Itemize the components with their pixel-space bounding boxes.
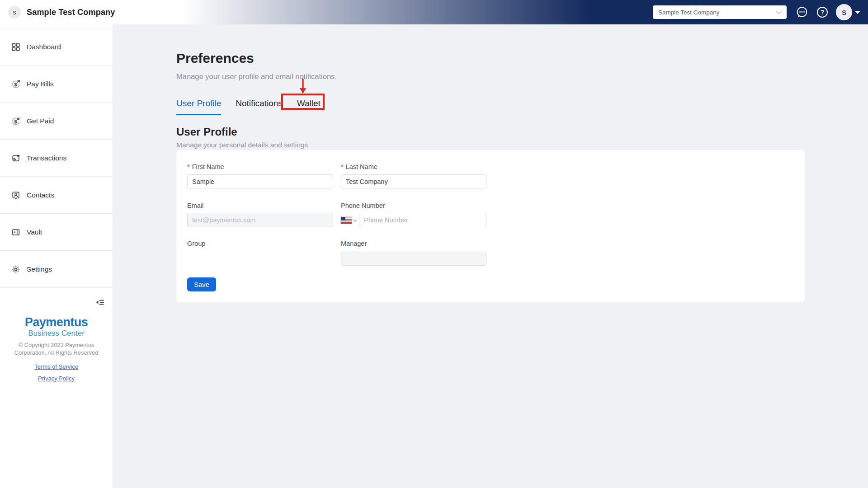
group-label: Group: [187, 240, 333, 248]
save-button[interactable]: Save: [187, 277, 216, 291]
required-asterisk: *: [341, 163, 344, 170]
manager-label: Manager: [341, 240, 486, 248]
last-name-field[interactable]: [341, 174, 486, 188]
pay-bills-icon: $: [11, 79, 21, 89]
sidebar-item-label: Dashboard: [27, 43, 61, 51]
company-name-title: Sample Test Company: [27, 8, 115, 17]
help-icon[interactable]: ?: [816, 5, 829, 19]
tab-notifications[interactable]: Notifications: [236, 98, 283, 115]
annotation-arrow-icon: [298, 79, 308, 94]
app-window: s Sample Test Company Sample Test Compan…: [0, 0, 868, 488]
flag-chevron-down-icon[interactable]: [353, 219, 357, 222]
sidebar-item-vault[interactable]: Vault: [0, 214, 113, 251]
tab-user-profile[interactable]: User Profile: [176, 98, 221, 115]
sidebar-item-pay-bills[interactable]: $ Pay Bills: [0, 66, 113, 103]
company-avatar: s: [8, 6, 21, 19]
first-name-field[interactable]: [187, 174, 333, 188]
company-select-dropdown[interactable]: Sample Test Company: [653, 5, 787, 19]
page-subtitle: Manage your user profile and email notif…: [176, 72, 805, 81]
first-name-label: *First Name: [187, 163, 333, 171]
main-content: Preferences Manage your user profile and…: [113, 24, 868, 488]
paymentus-logo: Paymentus: [0, 316, 113, 328]
sidebar-item-label: Settings: [27, 265, 52, 273]
dashboard-icon: [11, 42, 21, 52]
sidebar-item-settings[interactable]: Settings: [0, 251, 113, 288]
section-title: User Profile: [176, 126, 805, 138]
top-bar-actions: Sample Test Company ? S: [653, 4, 868, 20]
page-title: Preferences: [176, 51, 805, 66]
transactions-icon: [11, 153, 21, 163]
user-avatar[interactable]: S: [836, 4, 852, 20]
email-label: Email: [187, 202, 333, 210]
user-menu-caret-icon[interactable]: [855, 11, 860, 14]
sidebar-collapse-row: [0, 297, 113, 307]
logo-tagline: Business Center: [0, 329, 113, 338]
collapse-sidebar-icon[interactable]: [95, 297, 105, 307]
privacy-policy-link[interactable]: Privacy Policy: [0, 375, 113, 382]
company-header: s Sample Test Company: [0, 6, 115, 19]
settings-icon: [11, 264, 21, 274]
company-avatar-initial: s: [13, 9, 16, 16]
top-bar: s Sample Test Company Sample Test Compan…: [0, 0, 868, 24]
sidebar-item-label: Transactions: [27, 154, 66, 162]
required-asterisk: *: [187, 163, 190, 170]
sidebar-item-label: Pay Bills: [27, 80, 53, 88]
phone-number-field[interactable]: [359, 213, 486, 227]
terms-of-service-link[interactable]: Terms of Service: [0, 363, 113, 370]
user-avatar-initial: S: [842, 9, 846, 16]
us-flag-icon[interactable]: [341, 217, 352, 224]
email-field: [187, 213, 333, 227]
phone-number-label: Phone Number: [341, 202, 486, 210]
tab-wallet[interactable]: Wallet: [297, 98, 321, 115]
sidebar-item-contacts[interactable]: Contacts: [0, 177, 113, 214]
help-glyph: ?: [821, 9, 825, 16]
sidebar: Dashboard $ Pay Bills $ Get Paid: [0, 24, 113, 488]
chat-icon[interactable]: [795, 5, 809, 19]
last-name-label: *Last Name: [341, 163, 486, 171]
vault-icon: [11, 227, 21, 237]
sidebar-footer: Paymentus Business Center © Copyright 20…: [0, 316, 113, 382]
tab-bar: User Profile Notifications Wallet: [176, 98, 805, 115]
chevron-down-icon: [775, 10, 782, 14]
sidebar-item-transactions[interactable]: Transactions: [0, 140, 113, 177]
sidebar-nav: Dashboard $ Pay Bills $ Get Paid: [0, 28, 113, 288]
sidebar-item-dashboard[interactable]: Dashboard: [0, 28, 113, 66]
sidebar-item-get-paid[interactable]: $ Get Paid: [0, 103, 113, 140]
manager-field: [341, 252, 486, 266]
sidebar-item-label: Contacts: [27, 191, 54, 199]
sidebar-item-label: Get Paid: [27, 117, 54, 125]
get-paid-icon: $: [11, 116, 21, 126]
contacts-icon: [11, 190, 21, 200]
dollar-glyph: $: [14, 81, 17, 87]
company-select-value: Sample Test Company: [658, 9, 775, 16]
copyright-text: © Copyright 2023 Paymentus Corporation, …: [0, 342, 113, 357]
section-subtitle: Manage your personal details and setting…: [176, 141, 805, 149]
sidebar-item-label: Vault: [27, 228, 42, 236]
dollar-glyph: $: [14, 118, 17, 124]
user-profile-card: *First Name *Last Name Email Pho: [176, 150, 805, 302]
